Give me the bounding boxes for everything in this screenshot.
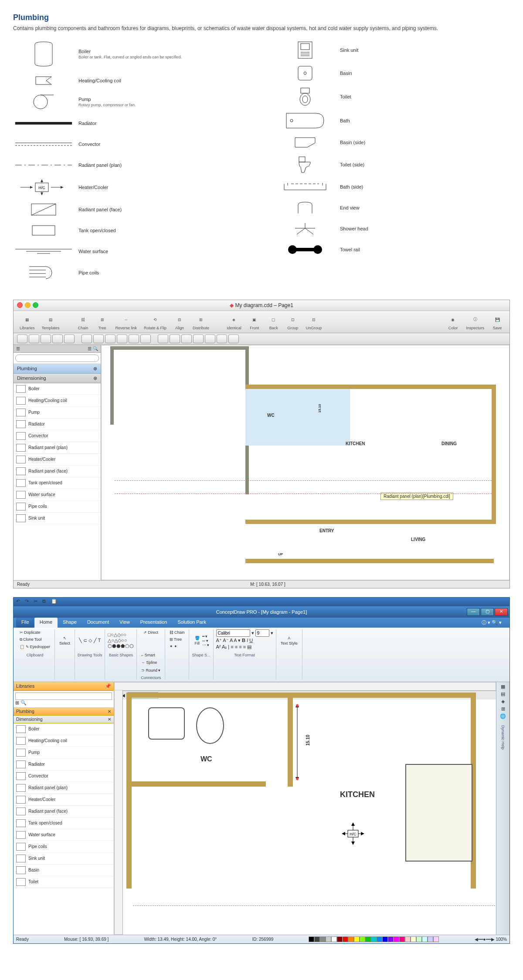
color-button[interactable]: ◉Color: [444, 313, 462, 331]
align-button[interactable]: ⊟Align: [171, 313, 188, 331]
templates-button[interactable]: ▤Templates: [39, 313, 62, 331]
sidebar-item[interactable]: Toilet: [14, 876, 114, 888]
panel-icon[interactable]: ▤: [501, 691, 505, 697]
tool-button[interactable]: [105, 335, 115, 343]
tool-button[interactable]: [117, 335, 127, 343]
spline-button[interactable]: ～ Spline: [139, 659, 159, 666]
close-button[interactable]: ✕: [495, 608, 508, 616]
back-button[interactable]: ▢Back: [265, 313, 282, 331]
sidebar-item[interactable]: Tank open/closed: [14, 477, 101, 489]
reverse-link-button[interactable]: ↔Reverse link: [113, 313, 140, 331]
sidebar-item[interactable]: Heating/Cooling coil: [14, 395, 101, 407]
font-name-input[interactable]: [216, 629, 250, 637]
sidebar-item[interactable]: Basin: [14, 865, 114, 876]
file-tab[interactable]: File: [16, 618, 34, 628]
tool-button[interactable]: [181, 335, 192, 343]
tool-button[interactable]: [129, 335, 139, 343]
tree-button[interactable]: ⊞Tree: [94, 313, 111, 331]
misc-button[interactable]: ✦ ✦: [168, 643, 180, 649]
panel-icon[interactable]: 🌐: [500, 713, 506, 719]
font-size-input[interactable]: [255, 629, 269, 637]
tab-solution-park[interactable]: Solution Park: [172, 618, 211, 628]
zoom-icon[interactable]: [33, 302, 38, 308]
select-button[interactable]: ↖Select: [58, 635, 72, 646]
qat-button[interactable]: 📋: [51, 598, 58, 605]
sidebar-item[interactable]: Pump: [14, 407, 101, 419]
sidebar-item[interactable]: Tank open/closed: [14, 818, 114, 829]
tool-button[interactable]: [228, 335, 239, 343]
tab-presentation[interactable]: Presentation: [135, 618, 173, 628]
search-input[interactable]: [15, 355, 99, 362]
rotate-flip-button[interactable]: ⟲Rotate & Flip: [141, 313, 169, 331]
tab-shape[interactable]: Shape: [58, 618, 82, 628]
text-style-button[interactable]: AText Style: [279, 635, 299, 646]
sidebar-item[interactable]: Boiler: [14, 383, 101, 395]
tool-button[interactable]: [170, 335, 180, 343]
sidebar-category-dimensioning[interactable]: Dimensioning⊗: [14, 374, 101, 383]
qat-button[interactable]: ↶: [16, 598, 23, 605]
tool-button[interactable]: [41, 335, 51, 343]
front-button[interactable]: ▣Front: [246, 313, 263, 331]
sidebar-item[interactable]: Radiator: [14, 759, 114, 770]
tab-document[interactable]: Document: [82, 618, 114, 628]
smart-button[interactable]: ⌐ Smart: [139, 652, 156, 658]
inspectors-button[interactable]: ⓘInspectors: [463, 313, 487, 331]
minimize-icon[interactable]: [25, 302, 31, 308]
heater-cooler-symbol[interactable]: H/C: [340, 821, 357, 838]
sidebar-item[interactable]: Water surface: [14, 489, 101, 501]
color-palette[interactable]: [309, 936, 439, 942]
duplicate-button[interactable]: ✂ Duplicate: [18, 629, 42, 635]
chain-button[interactable]: ⛓ Chain: [168, 629, 187, 635]
sidebar-category-plumbing[interactable]: Plumbing✕: [14, 708, 114, 716]
win-canvas[interactable]: WC KITCHEN H/C 15.10 ◀ ◀ Page1 (1/1) ▶ ▶: [114, 682, 496, 935]
tree-button[interactable]: ⊞ Tree: [168, 636, 183, 642]
tool-button[interactable]: [17, 335, 27, 343]
tool-button[interactable]: [158, 335, 168, 343]
qat-button[interactable]: ⧉: [42, 598, 49, 605]
dynamic-help-label[interactable]: Dynamic Help: [501, 725, 505, 750]
sidebar-item[interactable]: Pump: [14, 747, 114, 759]
sidebar-item[interactable]: Pipe coils: [14, 841, 114, 853]
distribute-button[interactable]: ⊞Distribute: [190, 313, 212, 331]
sidebar-item[interactable]: Heater/Cooler: [14, 454, 101, 466]
tab-view[interactable]: View: [114, 618, 135, 628]
minimize-button[interactable]: —: [467, 608, 480, 616]
tool-button[interactable]: [29, 335, 39, 343]
sidebar-item[interactable]: Convector: [14, 770, 114, 782]
sidebar-item[interactable]: Water surface: [14, 829, 114, 841]
qat-button[interactable]: ✂: [34, 598, 41, 605]
sidebar-item[interactable]: Heating/Cooling coil: [14, 735, 114, 747]
sidebar-item[interactable]: Pipe coils: [14, 501, 101, 513]
sidebar-category-plumbing[interactable]: Plumbing⊗: [14, 364, 101, 374]
library-search-input[interactable]: [15, 693, 112, 700]
tab-home[interactable]: Home: [34, 618, 58, 628]
sidebar-item[interactable]: Radiator: [14, 419, 101, 430]
ungroup-button[interactable]: ⊟UnGroup: [303, 313, 325, 331]
fill-button[interactable]: 🪣Fill: [193, 635, 201, 646]
sidebar-item[interactable]: Radiant panel (face): [14, 806, 114, 818]
round-button[interactable]: ⊃ Round ▾: [139, 667, 162, 673]
sidebar-item[interactable]: Heater/Cooler: [14, 794, 114, 806]
tool-button[interactable]: [140, 335, 151, 343]
tool-button[interactable]: [82, 335, 92, 343]
group-button[interactable]: ⊡Group: [284, 313, 302, 331]
panel-icon[interactable]: ◈: [501, 699, 505, 704]
tool-button[interactable]: [93, 335, 104, 343]
sidebar-item[interactable]: Sink unit: [14, 853, 114, 865]
panel-icon[interactable]: ⊞: [501, 706, 505, 712]
sidebar-item[interactable]: Radiant panel (plan): [14, 442, 101, 454]
sidebar-item[interactable]: Boiler: [14, 723, 114, 735]
maximize-button[interactable]: ▢: [481, 608, 494, 616]
save-button[interactable]: 💾Save: [489, 313, 506, 331]
mac-canvas[interactable]: WC KITCHEN DINING ENTRY LIVING UP 15.10 …: [101, 345, 509, 580]
help-button[interactable]: ⓘ ▾ 🔍 ▾: [476, 618, 507, 628]
tool-button[interactable]: [52, 335, 63, 343]
qat-button[interactable]: ↷: [25, 598, 32, 605]
sidebar-item[interactable]: Radiant panel (plan): [14, 782, 114, 794]
sidebar-item[interactable]: Convector: [14, 430, 101, 442]
tool-button[interactable]: [205, 335, 215, 343]
sidebar-item[interactable]: Radiant panel (face): [14, 466, 101, 477]
identical-button[interactable]: ◈Identical: [224, 313, 244, 331]
tool-button[interactable]: [193, 335, 204, 343]
sidebar-item[interactable]: Sink unit: [14, 513, 101, 524]
